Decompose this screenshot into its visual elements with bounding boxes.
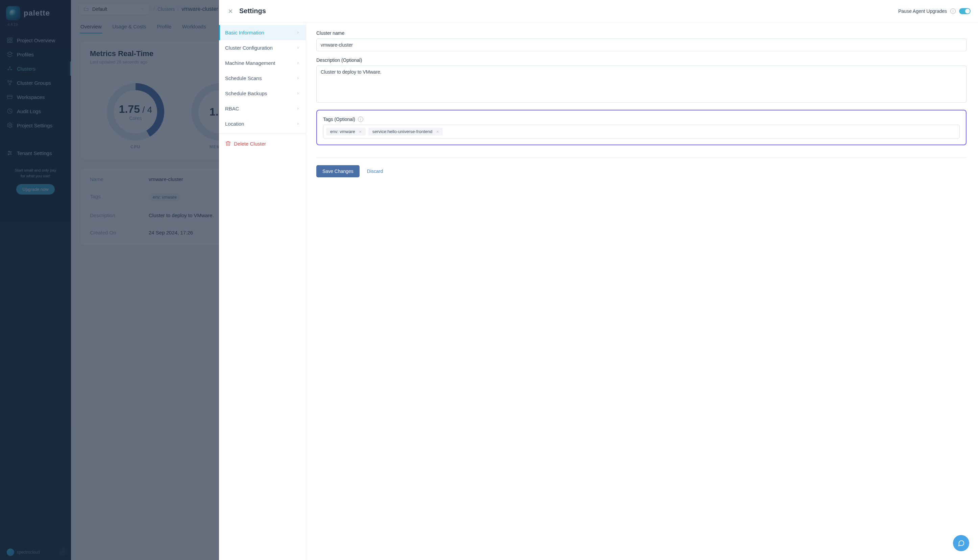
drawer-title: Settings	[239, 7, 266, 15]
cluster-name-input[interactable]	[316, 38, 966, 51]
settings-nav-machine-mgmt[interactable]: Machine Management	[219, 55, 306, 71]
chevron-right-icon	[296, 45, 300, 51]
chevron-right-icon	[296, 60, 300, 66]
settings-drawer: Settings Pause Agent Upgrades i Basic In…	[219, 0, 978, 560]
chevron-right-icon	[296, 30, 300, 35]
delete-cluster-button[interactable]: Delete Cluster	[219, 136, 306, 151]
info-icon[interactable]: i	[950, 8, 956, 14]
settings-nav-cluster-config[interactable]: Cluster Configuration	[219, 40, 306, 55]
chevron-right-icon	[296, 121, 300, 127]
settings-nav-schedule-scans[interactable]: Schedule Scans	[219, 71, 306, 86]
pause-upgrades-toggle[interactable]	[959, 8, 971, 14]
chat-icon	[957, 539, 965, 547]
tags-input[interactable]: env: vmware service:hello-universe-front…	[323, 125, 960, 138]
settings-nav-rbac[interactable]: RBAC	[219, 101, 306, 116]
tag-remove-button[interactable]	[358, 129, 363, 134]
chevron-right-icon	[296, 106, 300, 112]
cluster-name-label: Cluster name	[316, 30, 966, 36]
description-label: Description (Optional)	[316, 57, 966, 63]
pause-upgrades-label: Pause Agent Upgrades	[898, 8, 947, 14]
trash-icon	[225, 140, 231, 147]
settings-nav: Basic Information Cluster Configuration …	[219, 22, 306, 560]
settings-form: Cluster name Description (Optional) Tags…	[306, 22, 978, 560]
tag-chip: service:hello-universe-frontend	[368, 128, 443, 135]
close-button[interactable]	[226, 7, 235, 16]
tags-label: Tags (Optional) i	[323, 117, 960, 122]
info-icon[interactable]: i	[358, 117, 363, 122]
tag-remove-button[interactable]	[435, 129, 440, 134]
help-fab[interactable]	[953, 535, 969, 551]
description-textarea[interactable]	[316, 65, 966, 103]
close-icon	[228, 8, 233, 14]
settings-nav-schedule-backups[interactable]: Schedule Backups	[219, 86, 306, 101]
drawer-header: Settings Pause Agent Upgrades i	[219, 0, 978, 22]
discard-button[interactable]: Discard	[367, 168, 383, 174]
settings-nav-basic-info[interactable]: Basic Information	[219, 25, 306, 40]
tag-chip: env: vmware	[326, 128, 365, 135]
tags-section: Tags (Optional) i env: vmware service:he…	[316, 110, 966, 145]
chevron-right-icon	[296, 75, 300, 81]
save-changes-button[interactable]: Save Changes	[316, 165, 360, 177]
settings-nav-location[interactable]: Location	[219, 116, 306, 132]
chevron-right-icon	[296, 90, 300, 96]
